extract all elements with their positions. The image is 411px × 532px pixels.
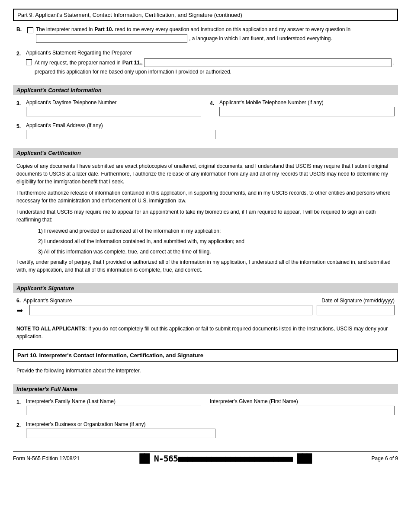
cert-para4: I certify, under penalty of perjury, tha…	[16, 258, 395, 274]
item6-label: Applicant's Signature	[23, 298, 72, 304]
item2-block: 2. Applicant's Statement Regarding the P…	[13, 48, 398, 81]
note-block: NOTE TO ALL APPLICANTS: If you do not co…	[13, 323, 398, 342]
item2-comma: ,	[393, 60, 395, 66]
part10-intro: Provide the following information about …	[13, 365, 398, 380]
interpreter-given-field: Interpreter's Given Name (First Name)	[210, 398, 395, 415]
interpreter-item2-row: 2. Interpreter's Business or Organizatio…	[16, 421, 215, 438]
interpreter-item1-number: 1.	[16, 398, 26, 405]
section-b-language-input[interactable]	[36, 34, 187, 43]
footer-form-info: Form N-565 Edition 12/08/21	[13, 455, 80, 461]
contact-section-title: Applicant's Contact Information	[13, 85, 398, 95]
interpreter-name-two-col: 1. Interpreter's Family Name (Last Name)…	[16, 398, 395, 418]
item3-number: 3.	[16, 99, 26, 106]
interpreter-item1-row: 1. Interpreter's Family Name (Last Name)	[16, 398, 201, 415]
section-b-part10: Part 10.	[94, 26, 113, 32]
section-b-label: B.	[16, 26, 27, 32]
item5-number: 5.	[16, 122, 26, 129]
interpreter-given-col: Interpreter's Given Name (First Name)	[210, 398, 395, 418]
section-b-checkbox[interactable]	[27, 27, 33, 33]
item6-number: 6.	[16, 298, 21, 304]
item2-label: Applicant's Statement Regarding the Prep…	[26, 50, 395, 56]
interpreter-org-label: Interpreter's Business or Organization N…	[26, 421, 215, 427]
signature-row: ➡	[16, 305, 395, 315]
item2-part11: Part 11.,	[122, 60, 143, 66]
sig-arrow-icon: ➡	[16, 306, 25, 315]
interpreter-family-label: Interpreter's Family Name (Last Name)	[26, 398, 201, 404]
part9-header-text: Part 9. Applicant's Statement, Contact I…	[17, 12, 212, 18]
item2-checkbox-content: At my request, the preparer named in Par…	[35, 58, 395, 75]
sig-date-input[interactable]	[317, 305, 395, 315]
interpreter-name-block: 1. Interpreter's Family Name (Last Name)…	[13, 397, 398, 442]
interpreter-given-row: Interpreter's Given Name (First Name)	[210, 398, 395, 415]
interpreter-org-input[interactable]	[26, 429, 215, 438]
item4-field: Applicant's Mobile Telephone Number (if …	[219, 99, 395, 116]
item2-checkbox[interactable]	[26, 59, 32, 65]
note-bold: NOTE TO ALL APPLICANTS:	[16, 326, 87, 332]
cert-item3: 3) All of this information was complete,…	[16, 248, 395, 256]
item3-label: Applicant's Daytime Telephone Number	[26, 99, 201, 106]
item5-field: Applicant's Email Address (if any)	[26, 122, 215, 139]
item2-checkbox-text1: At my request, the preparer named in	[35, 60, 121, 66]
cert-item2: 2) I understood all of the information c…	[16, 237, 395, 245]
contact-col-right: 4. Applicant's Mobile Telephone Number (…	[210, 99, 395, 119]
interpreter-item2-number: 2.	[16, 421, 26, 428]
part9-continued: (continued)	[214, 12, 242, 18]
section-b-text2: read to me every every question and inst…	[115, 26, 350, 32]
section-b-content: The interpreter named in Part 10. read t…	[36, 26, 395, 45]
item2-preparer-input[interactable]	[144, 58, 391, 67]
item2-row: 2. Applicant's Statement Regarding the P…	[16, 50, 395, 77]
certification-block: Copies of any documents I have submitted…	[13, 160, 398, 279]
item5-row: 5. Applicant's Email Address (if any)	[16, 122, 215, 139]
interpreter-given-input[interactable]	[210, 406, 395, 415]
item3-field: Applicant's Daytime Telephone Number	[26, 99, 201, 116]
interpreter-full-name-title: Interpreter's Full Name	[13, 384, 398, 394]
cert-item1: 1) I reviewed and provided or authorized…	[16, 227, 395, 235]
section-b: B. The interpreter named in Part 10. rea…	[13, 25, 398, 48]
interpreter-family-input[interactable]	[26, 406, 201, 415]
section-b-text1: The interpreter named in	[36, 26, 93, 32]
contact-two-col: 3. Applicant's Daytime Telephone Number …	[16, 99, 395, 119]
item4-label: Applicant's Mobile Telephone Number (if …	[219, 99, 395, 106]
item5-input[interactable]	[26, 130, 215, 139]
contact-block: 3. Applicant's Daytime Telephone Number …	[13, 98, 398, 144]
item2-content: Applicant's Statement Regarding the Prep…	[26, 50, 395, 77]
item4-row: 4. Applicant's Mobile Telephone Number (…	[210, 99, 395, 116]
barcode: ██ N-565■■■■■■■■■■■■■■■■■■■■■■■■ ███	[140, 453, 311, 464]
contact-col-left: 3. Applicant's Daytime Telephone Number	[16, 99, 201, 119]
item6-date-label: Date of Signature (mm/dd/yyyy)	[321, 298, 395, 304]
page-footer: Form N-565 Edition 12/08/21 ██ N-565■■■■…	[13, 451, 398, 464]
section-b-text3: , a language in which I am fluent, and I…	[189, 35, 332, 42]
cert-para3: I understand that USCIS may require me t…	[16, 208, 395, 224]
cert-para1: Copies of any documents I have submitted…	[16, 162, 395, 186]
certification-title: Applicant's Certification	[13, 148, 398, 158]
signature-section-title: Applicant's Signature	[13, 283, 398, 293]
interpreter-family-field: Interpreter's Family Name (Last Name)	[26, 398, 201, 415]
sig-label-row: 6. Applicant's Signature Date of Signatu…	[16, 298, 395, 304]
item5-label: Applicant's Email Address (if any)	[26, 122, 215, 128]
footer-page-info: Page 6 of 9	[372, 455, 398, 461]
item4-number: 4.	[210, 99, 219, 106]
item2-number: 2.	[16, 50, 26, 57]
interpreter-org-field: Interpreter's Business or Organization N…	[26, 421, 215, 438]
part9-header: Part 9. Applicant's Statement, Contact I…	[13, 9, 398, 21]
cert-para2: I furthermore authorize release of infor…	[16, 189, 395, 205]
item3-row: 3. Applicant's Daytime Telephone Number	[16, 99, 201, 116]
page-container: Part 9. Applicant's Statement, Contact I…	[13, 9, 398, 464]
interpreter-family-col: 1. Interpreter's Family Name (Last Name)	[16, 398, 201, 418]
part10-header: Part 10. Interpreter's Contact Informati…	[13, 349, 398, 362]
section-b-row: B. The interpreter named in Part 10. rea…	[16, 26, 395, 45]
part10-intro-text: Provide the following information about …	[16, 367, 395, 375]
interpreter-given-label: Interpreter's Given Name (First Name)	[210, 398, 395, 404]
item2-prepared-text: prepared this application for me based o…	[35, 69, 395, 75]
signature-block: 6. Applicant's Signature Date of Signatu…	[13, 296, 398, 319]
sig-left-label: 6. Applicant's Signature	[16, 298, 72, 304]
item4-input[interactable]	[219, 107, 395, 116]
sig-input[interactable]	[29, 305, 312, 315]
item2-checkbox-row: At my request, the preparer named in Par…	[26, 58, 395, 75]
item3-input[interactable]	[26, 107, 201, 116]
